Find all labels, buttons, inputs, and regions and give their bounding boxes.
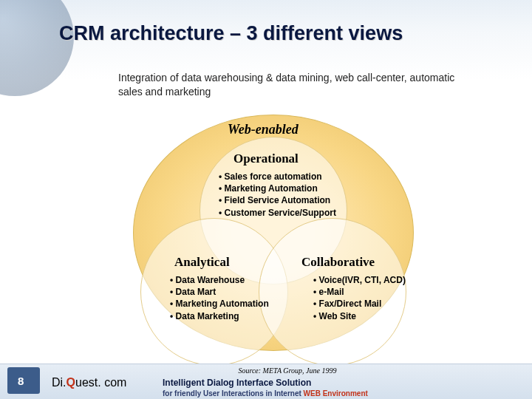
bullet-item: Web Site: [313, 310, 406, 322]
bullets-collaborative: Voice(IVR, CTI, ACD) e-Mail Fax/Direct M…: [313, 274, 406, 322]
brand-pre: Di.: [52, 376, 66, 389]
tagline-2b: WEB Environment: [304, 389, 368, 398]
bullet-item: Sales force automation: [219, 171, 336, 183]
bullet-item: Data Mart: [170, 286, 269, 298]
tagline-2a: for friendly User Interactions in Intern…: [163, 389, 304, 398]
tagline-1: Intelligent Dialog Interface Solution: [163, 377, 368, 389]
label-web-enabled: Web-enabled: [228, 122, 299, 137]
label-operational: Operational: [233, 151, 299, 166]
bullet-item: Customer Service/Support: [219, 207, 336, 219]
globe-decor: [0, 0, 74, 96]
bullet-item: Marketing Automation: [170, 298, 269, 310]
bullet-item: Field Service Automation: [219, 194, 336, 206]
source-line: Source: META Group, June 1999: [207, 366, 368, 376]
slide-subtitle: Integration of data warehousing & data m…: [118, 71, 458, 99]
bullets-operational: Sales force automation Marketing Automat…: [219, 171, 336, 219]
slide-title: CRM architecture – 3 different views: [59, 22, 403, 45]
bullet-item: Data Warehouse: [170, 274, 269, 286]
footer-bar: 8 Di.Quest. com Source: META Group, June…: [0, 364, 532, 399]
page-number: 8: [18, 375, 24, 387]
brand-q: Q: [66, 376, 75, 389]
venn-diagram: Web-enabled Operational Analytical Colla…: [89, 107, 458, 366]
brand-logo: Di.Quest. com: [52, 376, 126, 389]
bullet-item: Voice(IVR, CTI, ACD): [313, 274, 406, 286]
bullets-analytical: Data Warehouse Data Mart Marketing Autom…: [170, 274, 269, 322]
tagline-2: for friendly User Interactions in Intern…: [163, 389, 368, 399]
bullet-item: Marketing Automation: [219, 183, 336, 194]
label-collaborative: Collaborative: [301, 255, 375, 270]
brand-post: uest. com: [75, 376, 126, 389]
label-analytical: Analytical: [174, 255, 230, 270]
bullet-item: Fax/Direct Mail: [313, 298, 406, 310]
bullet-item: Data Marketing: [170, 310, 269, 322]
tagline-block: Source: META Group, June 1999 Intelligen…: [163, 366, 368, 398]
bullet-item: e-Mail: [313, 286, 406, 298]
